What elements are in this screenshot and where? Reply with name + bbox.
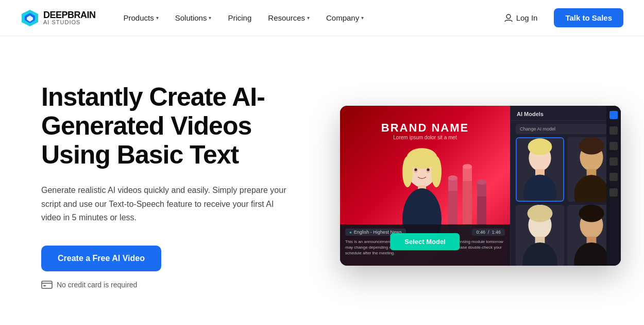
nav-item-pricing[interactable]: Pricing — [221, 9, 259, 26]
nav-items: Products ▾ Solutions ▾ Pricing Resources… — [116, 9, 371, 26]
hero-section: Instantly Create AI-Generated Videos Usi… — [0, 36, 644, 325]
nav-right: Log In Talk to Sales — [496, 8, 623, 27]
svg-point-10 — [431, 156, 442, 187]
panel-title: AI Models — [511, 106, 621, 121]
duration-badge: 0:46 / 1:46 — [472, 229, 505, 236]
navbar: DEEPBRAIN AI STUDIOS Products ▾ Solution… — [0, 0, 644, 36]
nav-item-company[interactable]: Company ▾ — [319, 9, 371, 26]
svg-point-3 — [506, 14, 511, 19]
credit-card-icon — [41, 281, 53, 289]
nav-item-products[interactable]: Products ▾ — [116, 9, 166, 26]
hero-left: Instantly Create AI-Generated Videos Usi… — [41, 83, 309, 288]
hero-title: Instantly Create AI-Generated Videos Usi… — [41, 83, 309, 169]
hero-right: BRAND NAME Lorem ipsum dolor sit a met — [340, 106, 621, 266]
chevron-down-icon: ▾ — [156, 15, 159, 21]
cta-create-video-button[interactable]: Create a Free AI Video — [41, 246, 161, 271]
svg-rect-6 — [43, 285, 46, 286]
side-icon-1[interactable] — [609, 111, 618, 119]
nav-item-solutions[interactable]: Solutions ▾ — [168, 9, 219, 26]
logo-icon — [21, 9, 39, 27]
side-icon-4[interactable] — [609, 157, 618, 166]
logo: DEEPBRAIN AI STUDIOS — [21, 9, 96, 27]
chevron-down-icon: ▾ — [307, 15, 310, 21]
logo-ai-studios: AI STUDIOS — [43, 20, 96, 25]
brand-name-text: BRAND NAME — [340, 121, 510, 135]
hero-description: Generate realistic AI videos quickly and… — [41, 184, 289, 224]
model-thumb-1[interactable] — [516, 137, 564, 202]
svg-point-22 — [463, 164, 472, 169]
video-area: BRAND NAME Lorem ipsum dolor sit a met — [340, 106, 510, 266]
nav-left: DEEPBRAIN AI STUDIOS Products ▾ Solution… — [21, 9, 371, 27]
svg-point-9 — [402, 156, 413, 187]
talk-to-sales-button[interactable]: Talk to Sales — [554, 8, 623, 27]
login-button[interactable]: Log In — [496, 9, 546, 27]
product-mockup: BRAND NAME Lorem ipsum dolor sit a met — [340, 106, 621, 266]
brand-overlay: BRAND NAME Lorem ipsum dolor sit a met — [340, 121, 510, 140]
brand-sub-text: Lorem ipsum dolor sit a met — [340, 135, 510, 140]
side-icon-3[interactable] — [609, 142, 618, 150]
svg-rect-4 — [42, 281, 52, 288]
svg-point-38 — [528, 205, 553, 222]
logo-text-group: DEEPBRAIN AI STUDIOS — [43, 10, 96, 25]
ai-models-panel: AI Models Change AI model ▾ — [510, 106, 621, 266]
svg-point-19 — [448, 175, 457, 181]
nav-item-resources[interactable]: Resources ▾ — [261, 9, 317, 26]
side-icon-5[interactable] — [609, 173, 618, 181]
svg-point-33 — [579, 137, 604, 155]
select-model-button[interactable]: Select Model — [390, 233, 460, 250]
model-thumb-3[interactable] — [516, 205, 564, 266]
svg-point-28 — [528, 138, 552, 155]
svg-point-16 — [427, 169, 430, 171]
chevron-down-icon: ▾ — [209, 15, 211, 21]
logo-deepbrain: DEEPBRAIN — [43, 10, 96, 20]
side-icon-6[interactable] — [609, 188, 618, 197]
side-icons-panel — [606, 106, 621, 266]
models-grid — [511, 137, 621, 266]
no-credit-card-notice: No credit card is required — [41, 281, 309, 289]
svg-point-43 — [579, 205, 604, 222]
user-icon — [504, 13, 513, 23]
chevron-down-icon: ▾ — [361, 15, 364, 21]
svg-point-25 — [477, 180, 486, 185]
svg-point-15 — [415, 169, 417, 171]
side-icon-2[interactable] — [609, 126, 618, 135]
change-model-control[interactable]: Change AI model ▾ — [516, 124, 616, 134]
